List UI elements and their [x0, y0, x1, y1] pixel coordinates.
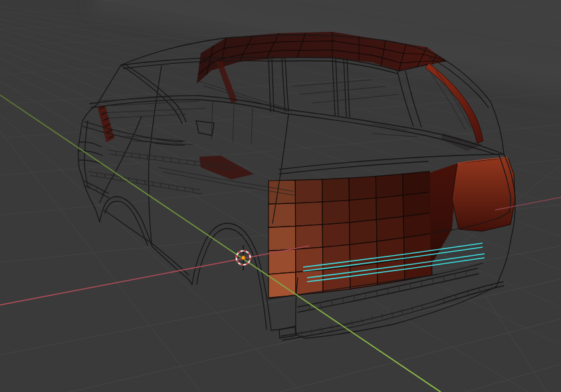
- 3d-viewport[interactable]: [0, 0, 561, 392]
- quarter-panel-selected-faces: [452, 157, 515, 231]
- viewport-canvas[interactable]: [0, 0, 561, 392]
